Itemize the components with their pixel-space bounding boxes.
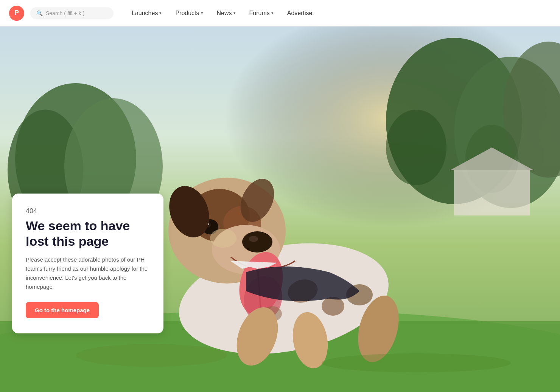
chevron-down-icon: ▾ — [159, 11, 162, 15]
nav-news-label: News — [217, 10, 232, 17]
search-bar[interactable]: 🔍 Search ( ⌘ + k ) — [30, 7, 114, 19]
error-title-line1: We seem to have — [26, 218, 130, 233]
nav-item-launches[interactable]: Launches ▾ — [126, 7, 168, 20]
svg-point-16 — [249, 236, 258, 242]
error-description: Please accept these adorable photos of o… — [26, 255, 150, 291]
navbar: P 🔍 Search ( ⌘ + k ) Launches ▾ Products… — [0, 0, 560, 26]
svg-point-35 — [76, 344, 227, 367]
search-placeholder: Search ( ⌘ + k ) — [46, 10, 84, 16]
svg-rect-34 — [454, 170, 530, 215]
nav-item-products[interactable]: Products ▾ — [169, 7, 209, 20]
nav-launches-label: Launches — [132, 10, 158, 17]
nav-forums-label: Forums — [249, 10, 270, 17]
svg-point-36 — [322, 353, 511, 372]
logo-letter: P — [14, 9, 19, 17]
error-card: 404 We seem to have lost this page Pleas… — [12, 194, 163, 333]
svg-point-15 — [242, 231, 272, 253]
search-icon: 🔍 — [36, 10, 43, 16]
error-title: We seem to have lost this page — [26, 218, 150, 249]
nav-items: Launches ▾ Products ▾ News ▾ Forums ▾ Ad… — [126, 7, 318, 20]
chevron-down-icon: ▾ — [201, 11, 203, 15]
nav-item-news[interactable]: News ▾ — [211, 7, 242, 20]
svg-point-32 — [386, 110, 446, 185]
svg-point-31 — [210, 229, 236, 248]
error-code: 404 — [26, 207, 150, 215]
nav-item-advertise[interactable]: Advertise — [281, 7, 319, 20]
brand-logo[interactable]: P — [9, 6, 24, 21]
nav-advertise-label: Advertise — [287, 10, 313, 17]
chevron-down-icon: ▾ — [271, 11, 274, 15]
svg-point-23 — [322, 297, 344, 316]
error-title-line2: lost this page — [26, 234, 109, 248]
nav-item-forums[interactable]: Forums ▾ — [243, 7, 280, 20]
chevron-down-icon: ▾ — [233, 11, 236, 15]
nav-products-label: Products — [175, 10, 199, 17]
go-to-homepage-button[interactable]: Go to the homepage — [26, 302, 99, 318]
